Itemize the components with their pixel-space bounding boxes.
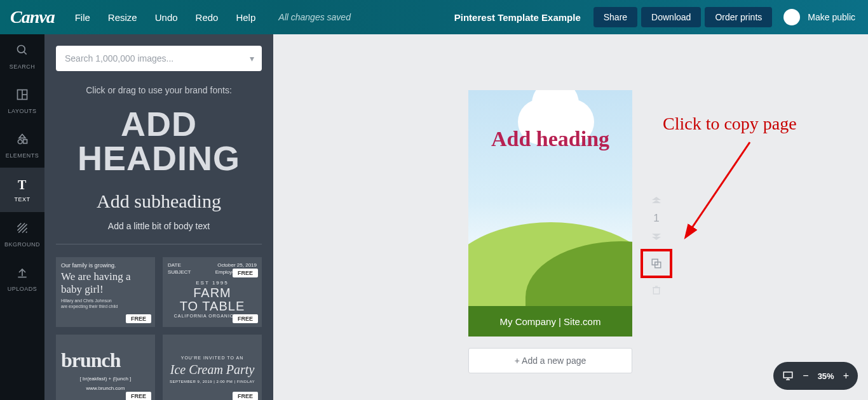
tpl-text: FARM [168,287,257,299]
menu-redo[interactable]: Redo [196,12,219,23]
tpl-text: We are having a baby girl! [61,270,150,295]
nav-label: LAYOUTS [8,108,37,114]
avatar[interactable] [783,9,800,25]
text-template[interactable]: brunch [ br(eakfast) + (l)unch ] www.bru… [56,335,155,400]
nav-label: SEARCH [10,63,36,70]
tpl-text: www.brunch.com [61,385,150,391]
order-prints-button[interactable]: Order prints [705,7,772,27]
nav-uploads[interactable]: UPLOADS [0,257,44,301]
text-template[interactable]: YOU'RE INVITED TO AN Ice Cream Party SEP… [163,335,262,400]
delete-page-icon[interactable] [649,283,663,297]
nav-label: BKGROUND [4,241,40,248]
add-new-page-button[interactable]: + Add a new page [468,348,632,373]
document-title[interactable]: Pinterest Template Example [454,12,581,23]
page-footer-text[interactable]: My Company | Site.com [468,306,632,337]
svg-marker-16 [652,237,661,240]
zoom-value[interactable]: 35% [818,371,834,381]
menu-resize[interactable]: Resize [108,12,137,23]
svg-line-8 [18,223,22,227]
elements-icon [16,133,29,149]
svg-rect-21 [784,372,793,378]
canvas-area: Add heading My Company | Site.com 1 + Ad… [273,34,868,400]
svg-rect-7 [24,139,27,143]
design-page[interactable]: Add heading My Company | Site.com [468,90,632,337]
nav-label: ELEMENTS [6,152,39,159]
page-number: 1 [653,212,659,225]
top-toolbar: Canva File Resize Undo Redo Help All cha… [0,0,868,34]
search-input[interactable]: Search 1,000,000 images... ▾ [56,46,262,71]
menu-help[interactable]: Help [236,12,255,23]
free-badge: FREE [233,269,258,277]
brand-fonts-hint: Click or drag to use your brand fonts: [56,85,262,95]
add-subheading-button[interactable]: Add subheading [56,190,262,212]
share-button[interactable]: Share [593,7,637,27]
make-public-toggle[interactable]: Make public [808,12,855,22]
svg-line-12 [26,231,27,232]
search-placeholder: Search 1,000,000 images... [65,53,173,63]
divider [56,244,262,244]
tpl-text: YOU'RE INVITED TO AN [168,356,257,360]
svg-point-0 [18,45,25,53]
nav-elements[interactable]: ELEMENTS [0,123,44,168]
nav-search[interactable]: SEARCH [0,34,44,79]
text-panel: Search 1,000,000 images... ▾ Click or dr… [44,34,273,400]
svg-point-6 [18,139,22,143]
main-menu: File Resize Undo Redo Help [75,12,256,23]
present-icon[interactable] [782,370,794,382]
nav-text[interactable]: T TEXT [0,168,44,212]
svg-line-20 [686,142,750,236]
download-button[interactable]: Download [641,7,701,27]
tpl-text: SEPTEMBER 9, 2019 | 2:00 PM | FINDLAY [168,380,257,383]
tpl-text: [ br(eakfast) + (l)unch ] [61,376,150,382]
annotation-arrow [667,130,769,269]
svg-marker-15 [652,234,661,237]
page-controls: 1 [641,193,672,297]
tpl-text: Hillary and Chris Johnson [61,298,150,303]
upload-icon [16,266,29,282]
menu-undo[interactable]: Undo [155,12,178,23]
tpl-text: Our family is growing. [61,262,150,269]
page-heading-text[interactable]: Add heading [476,127,625,151]
svg-marker-13 [652,197,661,200]
canva-logo[interactable]: Canva [10,7,55,27]
zoom-control: − 35% + [773,362,858,390]
layouts-icon [16,88,29,104]
nav-background[interactable]: BKGROUND [0,212,44,257]
svg-marker-5 [19,134,25,138]
tpl-text: Ice Cream Party [168,363,257,377]
zoom-out-button[interactable]: − [803,370,808,382]
text-icon: T [18,178,27,192]
free-badge: FREE [233,314,258,323]
annotation-text: Click to copy page [663,114,797,134]
save-status: All changes saved [278,12,351,22]
tpl-text: are expecting their third child [61,303,150,309]
menu-file[interactable]: File [75,12,90,23]
tpl-text: DATE [168,262,181,268]
svg-line-1 [24,51,27,54]
svg-marker-14 [652,200,661,203]
search-icon [16,44,29,60]
background-icon [16,222,29,237]
tpl-text: SUBJECT [168,269,191,275]
side-nav: SEARCH LAYOUTS ELEMENTS T TEXT BKGROUND [0,34,44,400]
svg-rect-19 [653,288,659,294]
copy-page-button[interactable] [641,249,672,278]
tpl-text: October 25, 2019 [217,262,257,268]
tpl-text: TO TABLE [168,300,257,312]
nav-layouts[interactable]: LAYOUTS [0,79,44,123]
zoom-in-button[interactable]: + [843,370,849,382]
tpl-text: EST 1995 [168,280,257,286]
text-template[interactable]: Our family is growing. We are having a b… [56,257,155,327]
nav-label: TEXT [14,196,30,203]
add-body-text-button[interactable]: Add a little bit of body text [56,221,262,231]
chevron-down-icon: ▾ [250,53,254,63]
tpl-text: brunch [61,349,150,372]
text-template[interactable]: DATE October 25, 2019 SUBJECT Employee O… [163,257,262,327]
free-badge: FREE [233,392,258,400]
add-heading-button[interactable]: ADD HEADING [56,107,262,175]
free-badge: FREE [126,314,151,323]
text-templates-grid: Our family is growing. We are having a b… [56,257,262,400]
move-up-icon[interactable] [649,193,663,207]
move-down-icon[interactable] [649,230,663,244]
free-badge: FREE [126,392,151,400]
